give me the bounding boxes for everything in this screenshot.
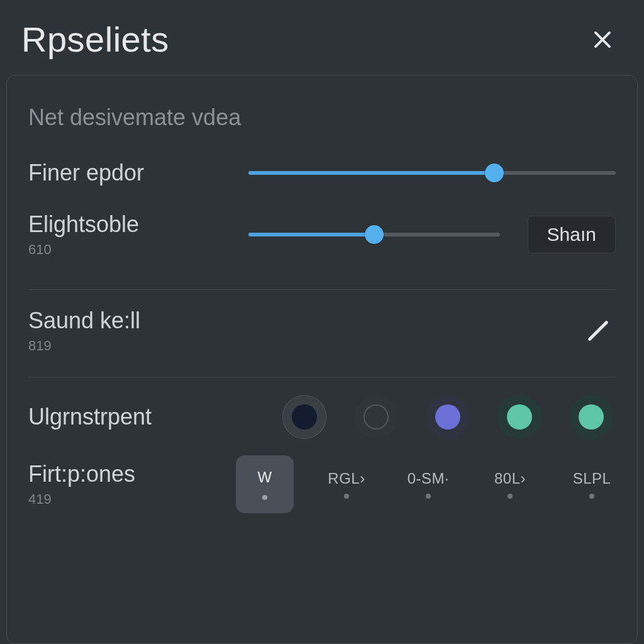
option-label-col: Firt:p:ones 419 (28, 461, 236, 508)
option-code: RGL› (328, 470, 365, 487)
sound-label-col: Saund ke:ll 819 (28, 308, 236, 354)
slider-label: Finer epdor (28, 160, 236, 186)
swatch-inner (292, 404, 317, 430)
divider (28, 289, 616, 290)
sound-sublabel: 819 (28, 338, 236, 354)
swatch-hollow[interactable] (354, 395, 398, 439)
sound-label: Saund ke:ll (28, 308, 236, 334)
close-icon (591, 28, 614, 52)
option-dot (344, 494, 349, 499)
close-button[interactable] (585, 22, 620, 57)
slider-elight[interactable] (248, 233, 500, 236)
option-dot (262, 495, 267, 500)
swatch-inner (364, 404, 389, 430)
settings-window: Rpseliets Net desivemate vdea Finer epdo… (0, 0, 644, 644)
slider-thumb[interactable] (485, 164, 504, 182)
option-dot (589, 494, 594, 499)
option-code: 0-SM· (408, 470, 450, 487)
swatch-teal-1[interactable] (497, 395, 541, 439)
edit-button[interactable] (580, 313, 616, 348)
option-code: 80L› (494, 470, 526, 487)
settings-panel: Net desivemate vdea Finer epdor Elightso… (6, 75, 638, 644)
swatch-inner (507, 404, 532, 430)
titlebar: Rpseliets (0, 0, 644, 72)
slider-label: Elightsoble (28, 211, 236, 238)
slider-fill (248, 171, 494, 175)
option-w[interactable]: W (236, 455, 294, 513)
slider-row-finer: Finer epdor (28, 160, 616, 186)
slider-label-col: Finer epdor (28, 160, 236, 186)
pencil-icon (586, 318, 611, 343)
swatch-violet[interactable] (426, 395, 470, 439)
slider-sublabel: 610 (28, 242, 236, 258)
swatch-label: Ulgrnstrpent (28, 404, 236, 430)
option-label: Firt:p:ones (28, 461, 236, 487)
option-code: W (257, 469, 272, 486)
slider-label-col: Elightsoble 610 (28, 211, 236, 258)
section-subtitle: Net desivemate vdea (28, 104, 616, 131)
swatch-inner (579, 404, 604, 430)
swatch-list (236, 395, 616, 439)
option-slpl[interactable]: SLPL (563, 470, 621, 499)
option-sublabel: 419 (28, 491, 236, 508)
color-swatch-row: Ulgrnstrpent (28, 395, 616, 439)
option-list: W RGL› 0-SM· 80L› SLPL (236, 455, 623, 513)
option-80l[interactable]: 80L› (481, 470, 539, 499)
slider-thumb[interactable] (365, 225, 384, 244)
option-row: Firt:p:ones 419 W RGL› 0-SM· (28, 455, 616, 513)
option-osm[interactable]: 0-SM· (399, 470, 457, 499)
swatch-label-col: Ulgrnstrpent (28, 404, 236, 430)
divider (28, 377, 616, 377)
window-title: Rpseliets (21, 19, 169, 60)
shain-button[interactable]: Shaın (528, 216, 616, 253)
option-rgl[interactable]: RGL› (318, 470, 375, 499)
slider-row-elight: Elightsoble 610 Shaın (28, 211, 616, 258)
option-dot (426, 494, 431, 499)
slider-fill (248, 233, 374, 236)
swatch-teal-2[interactable] (569, 395, 613, 439)
option-dot (508, 494, 513, 499)
sound-row: Saund ke:ll 819 (28, 308, 616, 354)
option-code: SLPL (573, 470, 611, 487)
swatch-inner (435, 404, 460, 430)
swatch-navy[interactable] (282, 395, 326, 439)
slider-finer[interactable] (248, 171, 616, 175)
